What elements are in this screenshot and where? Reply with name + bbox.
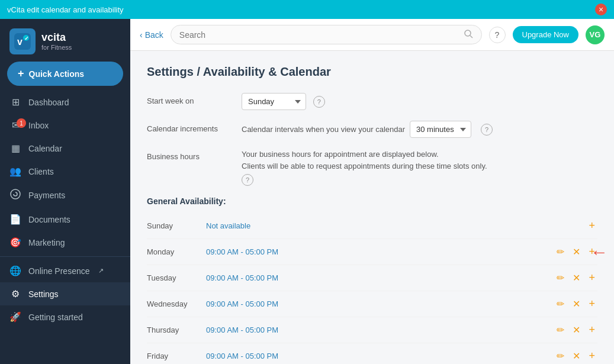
general-availability-title: General Availability: bbox=[147, 197, 597, 206]
sidebar-item-online-presence[interactable]: 🌐 Online Presence ↗ bbox=[0, 259, 130, 282]
inbox-badge: 1 bbox=[17, 118, 26, 128]
getting-started-icon: 🚀 bbox=[9, 311, 21, 323]
edit-time-button[interactable]: ✏ bbox=[554, 349, 567, 363]
day-label: Sunday bbox=[147, 221, 206, 230]
svg-point-4 bbox=[11, 189, 20, 199]
remove-time-button[interactable]: ✕ bbox=[570, 271, 583, 285]
top-bar: ‹ Back ? Upgrade Now VG bbox=[130, 19, 614, 51]
edit-time-button[interactable]: ✏ bbox=[554, 297, 567, 311]
svg-text:v: v bbox=[17, 37, 22, 47]
remove-time-button[interactable]: ✕ bbox=[570, 297, 583, 311]
main-content: ‹ Back ? Upgrade Now VG Settings / Avail bbox=[130, 19, 614, 364]
sidebar-item-label: Settings bbox=[28, 289, 59, 299]
calendar-increments-value: Calendar intervals when you view your ca… bbox=[242, 121, 597, 138]
sidebar-item-payments[interactable]: Payments bbox=[0, 183, 130, 208]
add-time-button[interactable]: + bbox=[586, 323, 597, 337]
add-time-button[interactable]: + bbox=[586, 270, 597, 285]
add-time-button[interactable]: + bbox=[586, 218, 597, 233]
sidebar-item-label: Online Presence bbox=[28, 266, 90, 276]
day-label: Thursday bbox=[147, 326, 206, 334]
title-bar: vCita edit calendar and availability × bbox=[0, 0, 614, 19]
calendar-increments-label: Calendar increments bbox=[147, 121, 242, 133]
business-hours-row: Business hours Your business hours for a… bbox=[147, 149, 597, 186]
sidebar-item-label: Inbox bbox=[28, 121, 49, 130]
time-value: 09:00 AM - 05:00 PM bbox=[206, 352, 554, 360]
remove-time-button[interactable]: ✕ bbox=[570, 323, 583, 337]
sidebar-item-settings[interactable]: ⚙ Settings bbox=[0, 282, 130, 305]
remove-time-button[interactable]: ✕ bbox=[570, 349, 583, 363]
add-time-button[interactable]: + bbox=[586, 244, 597, 259]
start-week-help-icon[interactable]: ? bbox=[313, 96, 325, 108]
sidebar-item-label: Marketing bbox=[28, 238, 65, 247]
row-actions: ✏ ✕ + bbox=[554, 270, 597, 285]
business-hours-label: Business hours bbox=[147, 149, 242, 161]
start-week-value: Sunday Monday Tuesday Wednesday Thursday… bbox=[242, 93, 597, 110]
sidebar-item-documents[interactable]: 📄 Documents bbox=[0, 208, 130, 231]
edit-time-button[interactable]: ✏ bbox=[554, 271, 567, 285]
sidebar: v ✓ vcita for Fitness + Quick Actions ⊞ … bbox=[0, 19, 130, 364]
sidebar-item-label: Payments bbox=[28, 191, 65, 200]
settings-content: Settings / Availability & Calendar Start… bbox=[130, 51, 614, 364]
marketing-icon: 🎯 bbox=[9, 237, 21, 248]
table-row: Friday 09:00 AM - 05:00 PM ✏ ✕ + bbox=[147, 343, 597, 364]
business-hours-value: Your business hours for appointment are … bbox=[242, 149, 597, 186]
edit-time-button[interactable]: ✏ bbox=[554, 323, 567, 337]
search-box bbox=[171, 25, 482, 44]
help-button[interactable]: ? bbox=[489, 27, 506, 43]
sidebar-logo: v ✓ vcita for Fitness bbox=[0, 19, 130, 62]
business-hours-help-icon[interactable]: ? bbox=[242, 174, 253, 186]
start-week-select[interactable]: Sunday Monday Tuesday Wednesday Thursday… bbox=[242, 93, 306, 110]
start-week-label: Start week on bbox=[147, 93, 242, 105]
sidebar-item-label: Calendar bbox=[28, 144, 62, 153]
back-button[interactable]: ‹ Back bbox=[140, 30, 163, 40]
table-row: Sunday Not available + bbox=[147, 213, 597, 239]
sidebar-item-clients[interactable]: 👥 Clients bbox=[0, 160, 130, 183]
row-actions: ✏ ✕ + bbox=[554, 244, 597, 259]
svg-line-6 bbox=[470, 36, 472, 38]
sidebar-item-label: Documents bbox=[28, 215, 70, 224]
dashboard-icon: ⊞ bbox=[9, 96, 21, 108]
calendar-increments-select[interactable]: 15 minutes 30 minutes 45 minutes 60 minu… bbox=[410, 121, 471, 138]
sidebar-item-inbox[interactable]: ✉ Inbox 1 bbox=[0, 114, 130, 137]
add-time-button[interactable]: + bbox=[586, 297, 597, 311]
edit-time-button[interactable]: ✏ bbox=[554, 245, 567, 259]
sidebar-divider bbox=[0, 256, 130, 257]
day-label: Wednesday bbox=[147, 299, 206, 308]
time-value: 09:00 AM - 05:00 PM bbox=[206, 299, 554, 308]
sidebar-item-dashboard[interactable]: ⊞ Dashboard bbox=[0, 91, 130, 114]
sidebar-item-getting-started[interactable]: 🚀 Getting started bbox=[0, 305, 130, 328]
calendar-intervals-row: Calendar intervals when you view your ca… bbox=[242, 121, 597, 138]
quick-actions-button[interactable]: + Quick Actions bbox=[7, 62, 123, 86]
sidebar-logo-text: vcita for Fitness bbox=[41, 32, 72, 51]
sidebar-item-label: Getting started bbox=[28, 313, 83, 322]
calendar-increments-help-icon[interactable]: ? bbox=[481, 124, 493, 136]
sidebar-item-marketing[interactable]: 🎯 Marketing bbox=[0, 231, 130, 254]
upgrade-button[interactable]: Upgrade Now bbox=[513, 26, 579, 43]
remove-time-button[interactable]: ✕ bbox=[570, 245, 583, 259]
quick-actions-plus-icon: + bbox=[18, 67, 24, 80]
avatar-button[interactable]: VG bbox=[586, 25, 605, 44]
page-title: Settings / Availability & Calendar bbox=[147, 65, 597, 79]
time-value: 09:00 AM - 05:00 PM bbox=[206, 273, 554, 282]
clients-icon: 👥 bbox=[9, 166, 21, 177]
row-actions: + bbox=[586, 218, 597, 233]
table-row: Wednesday 09:00 AM - 05:00 PM ✏ ✕ + bbox=[147, 291, 597, 317]
table-row: Monday 09:00 AM - 05:00 PM ✏ ✕ + ← bbox=[147, 239, 597, 265]
add-time-button[interactable]: + bbox=[586, 349, 597, 363]
help-icon: ? bbox=[495, 30, 500, 40]
time-value: 09:00 AM - 05:00 PM bbox=[206, 247, 554, 256]
sidebar-nav: ⊞ Dashboard ✉ Inbox 1 ▦ Calendar 👥 Clien… bbox=[0, 91, 130, 364]
back-chevron-icon: ‹ bbox=[140, 30, 143, 40]
search-icon bbox=[464, 29, 473, 40]
external-link-icon: ↗ bbox=[98, 267, 104, 275]
svg-text:✓: ✓ bbox=[24, 36, 29, 41]
calendar-increments-row: Calendar increments Calendar intervals w… bbox=[147, 121, 597, 138]
back-label: Back bbox=[145, 30, 163, 40]
day-label: Friday bbox=[147, 352, 206, 360]
documents-icon: 📄 bbox=[9, 214, 21, 225]
svg-point-5 bbox=[465, 30, 471, 36]
close-button[interactable]: × bbox=[595, 4, 607, 15]
business-hours-desc1: Your business hours for appointment are … bbox=[242, 150, 439, 159]
search-input[interactable] bbox=[179, 30, 464, 40]
sidebar-item-calendar[interactable]: ▦ Calendar bbox=[0, 137, 130, 160]
